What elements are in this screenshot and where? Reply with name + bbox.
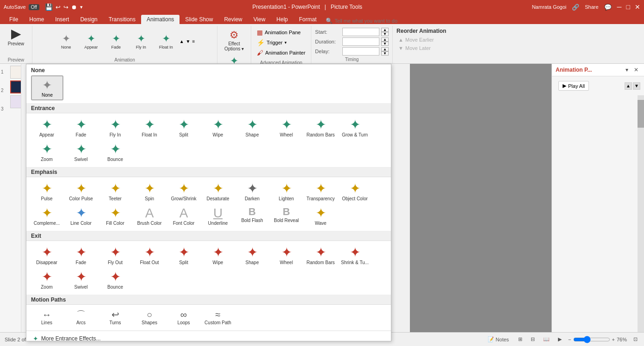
anim-transparency[interactable]: ✦ Transparency <box>304 180 337 204</box>
animation-pane-button[interactable]: ▦ Animation Pane <box>255 28 307 37</box>
anim-pane-scrollbar[interactable] <box>638 95 644 332</box>
effect-options-button[interactable]: ⚙ EffectOptions ▾ <box>219 28 249 53</box>
save-icon[interactable]: 💾 <box>45 3 53 11</box>
anim-gallery-scroll-up[interactable]: ▲ <box>179 38 185 45</box>
anim-entrance-swivel[interactable]: ✦ Swivel <box>64 141 98 164</box>
anim-exit-wheel[interactable]: ✦ Wheel <box>270 244 303 267</box>
anim-custom-path[interactable]: ≈ Custom Path <box>201 308 235 327</box>
anim-exit-fade[interactable]: ✦ Fade <box>64 244 98 267</box>
timing-delay-down[interactable]: ▼ <box>381 51 389 56</box>
anim-pane-move-up[interactable]: ▲ <box>625 82 632 90</box>
anim-underline[interactable]: U Underline <box>201 204 235 228</box>
reading-view-icon[interactable]: 📖 <box>541 335 551 343</box>
anim-disappear[interactable]: ✦ Disappear <box>30 244 63 267</box>
timing-delay-up[interactable]: ▲ <box>381 47 389 51</box>
preview-button[interactable]: ▶ Preview <box>5 26 28 48</box>
anim-arcs[interactable]: ⌒ Arcs <box>64 308 98 327</box>
timing-duration-up[interactable]: ▲ <box>381 37 389 42</box>
anim-appear[interactable]: ✦ Appear <box>30 116 63 140</box>
anim-grow-turn[interactable]: ✦ Grow & Turn <box>338 116 372 140</box>
trigger-button[interactable]: ⚡ Trigger ▾ <box>255 38 307 47</box>
slide-thumb-2[interactable] <box>10 80 21 93</box>
anim-pane-move-down[interactable]: ▼ <box>633 82 640 90</box>
zoom-slider[interactable] <box>573 336 610 343</box>
anim-entrance-zoom[interactable]: ✦ Zoom <box>30 141 63 164</box>
anim-flyin-item[interactable]: ✦ Fly In <box>129 32 154 50</box>
anim-exit-shape[interactable]: ✦ Shape <box>235 244 269 267</box>
comment-icon[interactable]: 💬 <box>604 4 612 11</box>
tab-insert[interactable]: Insert <box>50 15 74 24</box>
anim-loops[interactable]: ∞ Loops <box>167 308 200 327</box>
anim-grow-shrink[interactable]: ✦ Grow/Shrink <box>167 180 200 204</box>
anim-pane-close-icon[interactable]: ✕ <box>632 66 640 74</box>
anim-floatin-item[interactable]: ✦ Float In <box>154 32 179 50</box>
fit-to-window-icon[interactable]: ⊡ <box>632 335 639 343</box>
anim-font-color[interactable]: A Font Color <box>167 204 200 228</box>
anim-exit-bounce[interactable]: ✦ Bounce <box>99 268 132 292</box>
anim-gallery-scroll-down[interactable]: ▼ <box>185 38 192 45</box>
anim-shrink-turn[interactable]: ✦ Shrink & Tu... <box>338 244 372 267</box>
anim-pulse[interactable]: ✦ Pulse <box>30 180 63 204</box>
minimize-button[interactable]: ─ <box>617 3 622 11</box>
redo-icon[interactable]: ↪ <box>63 4 68 11</box>
anim-color-pulse[interactable]: ✦ Color Pulse <box>64 180 98 204</box>
anim-entrance-random-bars[interactable]: ✦ Random Bars <box>304 116 337 140</box>
anim-fly-out[interactable]: ✦ Fly Out <box>99 244 132 267</box>
tab-home[interactable]: Home <box>24 15 50 24</box>
anim-lines[interactable]: ↔ Lines <box>30 308 63 327</box>
slide-thumb-1[interactable] <box>10 66 21 79</box>
anim-entrance-fade[interactable]: ✦ Fade <box>64 116 98 140</box>
anim-none-item[interactable]: ✦ None <box>54 32 79 50</box>
share-icon[interactable]: 🔗 <box>572 4 579 11</box>
play-all-button[interactable]: ▶ Play All <box>558 81 589 91</box>
anim-line-color[interactable]: ✦ Line Color <box>64 204 98 228</box>
more-entrance-effects[interactable]: ✦ More Entrance Effects... <box>31 334 386 341</box>
tab-review[interactable]: Review <box>218 15 248 24</box>
timing-start-up[interactable]: ▲ <box>381 28 389 32</box>
anim-exit-wipe[interactable]: ✦ Wipe <box>201 244 235 267</box>
anim-entrance-shape[interactable]: ✦ Shape <box>235 116 269 140</box>
anim-exit-swivel[interactable]: ✦ Swivel <box>64 268 98 292</box>
anim-fill-color[interactable]: ✦ Fill Color <box>99 204 132 228</box>
zoom-out-button[interactable]: − <box>568 337 571 342</box>
anim-pane-scrollbar-thumb[interactable] <box>638 100 644 128</box>
slide-sorter-icon[interactable]: ⊟ <box>529 335 537 343</box>
timing-start-input[interactable] <box>342 28 379 36</box>
zoom-in-button[interactable]: + <box>612 337 615 342</box>
tab-transitions[interactable]: Transitions <box>103 15 141 24</box>
anim-float-out[interactable]: ✦ Float Out <box>133 244 166 267</box>
anim-object-color[interactable]: ✦ Object Color <box>338 180 372 204</box>
tab-format[interactable]: Format <box>293 15 322 24</box>
tab-slideshow[interactable]: Slide Show <box>180 15 218 24</box>
timing-duration-down[interactable]: ▼ <box>381 42 389 46</box>
anim-bold-flash[interactable]: B Bold Flash <box>235 204 269 228</box>
anim-brush-color[interactable]: A Brush Color <box>133 204 166 228</box>
anim-darken[interactable]: ✦ Darken <box>235 180 269 204</box>
none-item[interactable]: ✦ None <box>31 75 63 100</box>
anim-teeter[interactable]: ✦ Teeter <box>99 180 132 204</box>
tab-design[interactable]: Design <box>74 15 103 24</box>
autosave-toggle[interactable]: Off <box>29 4 39 10</box>
timing-delay-input[interactable] <box>342 47 379 56</box>
record-icon[interactable]: ⏺ <box>71 4 77 11</box>
anim-desaturate[interactable]: ✦ Desaturate <box>201 180 235 204</box>
move-later-button[interactable]: ▼ Move Later <box>396 44 446 52</box>
anim-spin[interactable]: ✦ Spin <box>133 180 166 204</box>
tab-help[interactable]: Help <box>271 15 294 24</box>
customize-icon[interactable]: ▾ <box>80 4 83 10</box>
tab-file[interactable]: File <box>4 15 24 24</box>
slideshow-icon[interactable]: ▶ <box>556 335 564 343</box>
normal-view-icon[interactable]: ⊞ <box>516 335 524 343</box>
anim-entrance-wipe[interactable]: ✦ Wipe <box>201 116 235 140</box>
anim-float-in[interactable]: ✦ Float In <box>133 116 166 140</box>
undo-icon[interactable]: ↩ <box>56 4 61 11</box>
move-earlier-button[interactable]: ▲ Move Earlier <box>396 36 446 43</box>
search-input[interactable] <box>334 18 418 24</box>
anim-shapes[interactable]: ○ Shapes <box>133 308 166 327</box>
anim-appear-item[interactable]: ✦ Appear <box>79 32 104 50</box>
timing-duration-input[interactable] <box>342 37 379 46</box>
tab-animations[interactable]: Animations <box>141 15 180 24</box>
anim-exit-random-bars[interactable]: ✦ Random Bars <box>304 244 337 267</box>
anim-fly-in[interactable]: ✦ Fly In <box>99 116 132 140</box>
slide-thumb-3[interactable] <box>10 95 21 108</box>
